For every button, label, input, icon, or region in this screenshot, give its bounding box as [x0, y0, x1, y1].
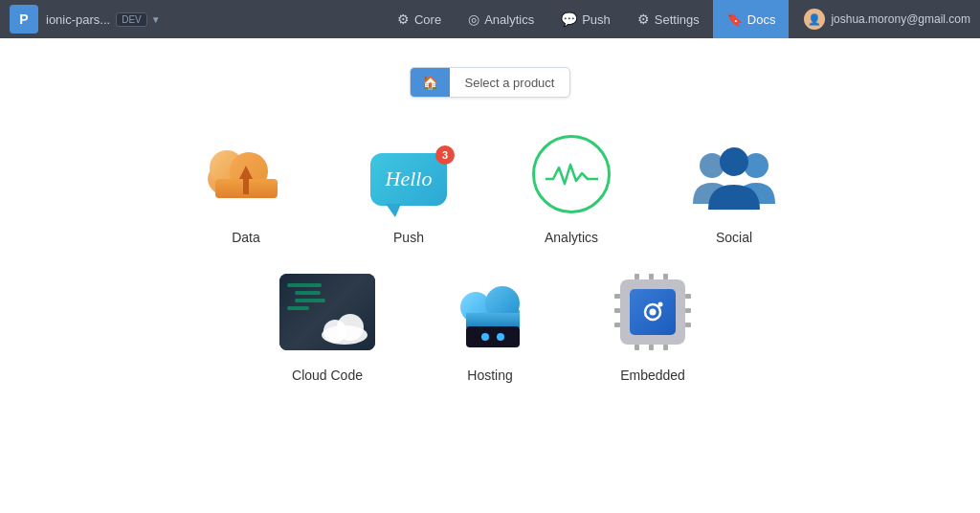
- data-icon-wrapper: [198, 126, 294, 222]
- avatar: 👤: [804, 9, 825, 30]
- social-label: Social: [716, 230, 752, 245]
- cloudcode-label: Cloud Code: [292, 368, 363, 383]
- embedded-label: Embedded: [620, 368, 685, 383]
- push-icon-wrapper: Hello 3: [361, 126, 457, 222]
- hosting-label: Hosting: [467, 368, 512, 383]
- chip-pin: [635, 345, 639, 350]
- data-label: Data: [232, 230, 260, 245]
- chip-pin: [635, 274, 639, 279]
- chip-pin: [663, 274, 668, 279]
- analytics-circle-icon: [532, 135, 611, 213]
- nav-docs[interactable]: 🔖 Docs: [713, 0, 790, 38]
- cloudcode-mini-cloud: [320, 308, 369, 345]
- docs-nav-icon: 🔖: [726, 11, 743, 27]
- data-cloud-icon: [206, 139, 287, 201]
- product-cloudcode[interactable]: Cloud Code: [275, 264, 380, 383]
- push-badge: 3: [435, 145, 455, 165]
- product-row-2: Cloud Code: [275, 264, 705, 383]
- chip-pin: [614, 323, 620, 327]
- user-info: 👤 joshua.morony@gmail.com: [804, 9, 970, 30]
- chip-pin: [685, 323, 691, 327]
- navbar: P ionic-pars... DEV ▼ ⚙ Core ◎ Analytics…: [0, 0, 980, 38]
- chip-pin: [663, 345, 668, 350]
- nav-settings[interactable]: ⚙ Settings: [624, 0, 713, 38]
- nav-analytics[interactable]: ◎ Analytics: [455, 0, 547, 38]
- select-product-label[interactable]: Select a product: [450, 69, 570, 97]
- svg-point-20: [650, 309, 657, 316]
- chip-pin: [614, 294, 620, 299]
- env-badge: DEV: [116, 12, 147, 27]
- core-icon: ⚙: [397, 11, 410, 27]
- cloudcode-icon-visual: [279, 274, 375, 350]
- app-name: ionic-pars...: [46, 12, 110, 27]
- chip-inner: [630, 289, 676, 335]
- analytics-wave-icon: [546, 160, 598, 189]
- hosting-icon-visual: [447, 274, 533, 350]
- chip-pin: [649, 345, 654, 350]
- social-icon-wrapper: [686, 126, 782, 222]
- push-label: Push: [393, 230, 424, 245]
- svg-rect-5: [243, 179, 249, 194]
- nav-push[interactable]: 💬 Push: [547, 0, 624, 38]
- chip-logo-icon: [639, 299, 666, 325]
- push-nav-icon: 💬: [561, 11, 577, 27]
- nav-core[interactable]: ⚙ Core: [384, 0, 455, 38]
- chip-pin: [649, 274, 654, 279]
- product-push[interactable]: Hello 3 Push: [356, 126, 461, 245]
- embedded-icon-wrapper: [605, 264, 701, 360]
- hosting-svg: [455, 279, 531, 355]
- analytics-icon-wrapper: [523, 126, 619, 222]
- analytics-label: Analytics: [545, 230, 598, 245]
- product-embedded[interactable]: Embedded: [600, 264, 705, 383]
- chip-outer: [620, 279, 685, 345]
- home-button[interactable]: 🏠: [411, 68, 450, 97]
- main-content: 🏠 Select a product: [0, 38, 980, 513]
- app-dropdown-arrow[interactable]: ▼: [151, 14, 161, 25]
- settings-nav-icon: ⚙: [637, 11, 650, 27]
- svg-point-21: [658, 302, 663, 307]
- embedded-icon-visual: [612, 272, 694, 353]
- svg-point-8: [720, 147, 748, 176]
- product-data[interactable]: Data: [193, 126, 299, 245]
- select-product-bar[interactable]: 🏠 Select a product: [410, 67, 571, 98]
- nav-links: ⚙ Core ◎ Analytics 💬 Push ⚙ Settings 🔖 D…: [384, 0, 789, 38]
- svg-point-18: [497, 333, 504, 341]
- product-analytics[interactable]: Analytics: [519, 126, 624, 245]
- product-social[interactable]: Social: [681, 126, 787, 245]
- svg-point-11: [337, 314, 364, 341]
- svg-rect-15: [466, 313, 520, 328]
- product-grid: Data Hello 3 Push: [193, 126, 787, 383]
- product-hosting[interactable]: Hosting: [437, 264, 543, 383]
- push-bubble-icon: Hello 3: [370, 153, 447, 206]
- user-email: joshua.morony@gmail.com: [831, 12, 970, 26]
- chip-pin: [685, 294, 691, 299]
- product-row-1: Data Hello 3 Push: [193, 126, 787, 245]
- chip-pin: [614, 308, 620, 313]
- chip-pin: [685, 308, 691, 313]
- analytics-nav-icon: ◎: [468, 11, 479, 27]
- svg-point-17: [481, 333, 489, 341]
- social-group-icon: [691, 139, 777, 211]
- hosting-icon-wrapper: [442, 264, 538, 360]
- svg-rect-16: [466, 326, 520, 347]
- cloudcode-icon-wrapper: [279, 264, 375, 360]
- app-logo: P: [10, 5, 38, 33]
